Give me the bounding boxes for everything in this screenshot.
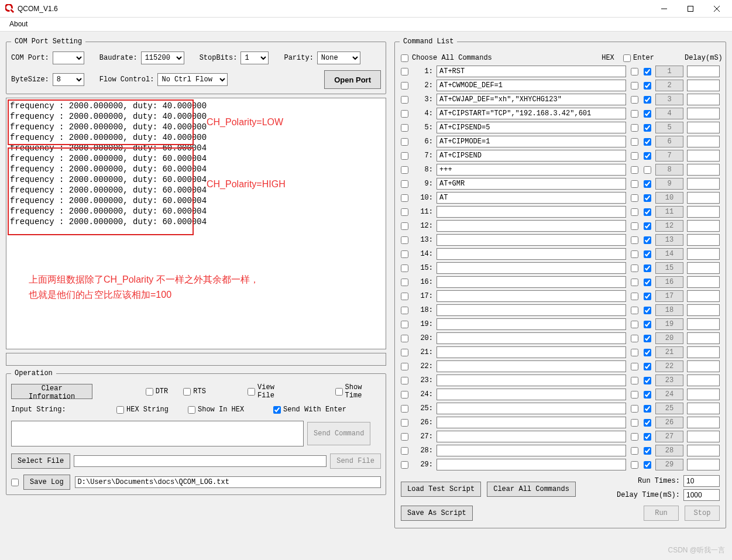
cmd-input[interactable]	[437, 346, 626, 358]
cmd-enable-checkbox[interactable]	[401, 405, 408, 413]
cmd-enable-checkbox[interactable]	[401, 461, 408, 469]
cmd-delay-input[interactable]	[687, 318, 720, 330]
cmd-enter-checkbox[interactable]	[644, 279, 651, 286]
bytesize-select[interactable]: 8	[53, 73, 84, 86]
cmd-enable-checkbox[interactable]	[401, 208, 408, 216]
cmd-enter-checkbox[interactable]	[644, 152, 651, 160]
cmd-hex-checkbox[interactable]	[631, 321, 638, 328]
cmd-input[interactable]	[437, 304, 626, 316]
cmd-hex-checkbox[interactable]	[631, 138, 638, 146]
cmd-input[interactable]	[437, 332, 626, 344]
cmd-enable-checkbox[interactable]	[401, 433, 408, 441]
cmd-delay-input[interactable]	[687, 248, 720, 260]
cmd-input[interactable]	[437, 136, 626, 147]
cmd-input[interactable]	[437, 262, 626, 274]
cmd-send-button[interactable]: 16	[655, 276, 683, 288]
cmd-send-button[interactable]: 29	[655, 459, 683, 470]
cmd-enable-checkbox[interactable]	[401, 138, 408, 146]
cmd-enter-checkbox[interactable]	[644, 307, 651, 314]
rts-checkbox[interactable]: RTS	[183, 387, 206, 396]
cmd-enter-checkbox[interactable]	[644, 391, 651, 398]
cmd-send-button[interactable]: 25	[655, 403, 683, 414]
cmd-delay-input[interactable]	[687, 417, 720, 428]
cmd-input[interactable]	[437, 220, 626, 232]
cmd-enable-checkbox[interactable]	[401, 96, 408, 104]
cmd-enable-checkbox[interactable]	[401, 279, 408, 286]
cmd-hex-checkbox[interactable]	[631, 180, 638, 188]
cmd-input[interactable]	[437, 360, 626, 372]
cmd-input[interactable]	[437, 318, 626, 330]
cmd-enable-checkbox[interactable]	[401, 82, 408, 90]
cmd-delay-input[interactable]	[687, 290, 720, 302]
cmd-hex-checkbox[interactable]	[631, 250, 638, 258]
run-times-input[interactable]	[683, 475, 720, 487]
cmd-delay-input[interactable]	[687, 304, 720, 316]
cmd-delay-input[interactable]	[687, 346, 720, 358]
cmd-enable-checkbox[interactable]	[401, 124, 408, 132]
parity-select[interactable]: None	[317, 51, 360, 64]
flowcontrol-select[interactable]: No Ctrl Flow	[157, 73, 228, 86]
cmd-hex-checkbox[interactable]	[631, 110, 638, 118]
cmd-hex-checkbox[interactable]	[631, 461, 638, 469]
cmd-hex-checkbox[interactable]	[631, 405, 638, 413]
cmd-send-button[interactable]: 22	[655, 360, 683, 372]
cmd-enter-checkbox[interactable]	[644, 264, 651, 272]
cmd-hex-checkbox[interactable]	[631, 335, 638, 342]
cmd-hex-checkbox[interactable]	[631, 124, 638, 132]
cmd-delay-input[interactable]	[687, 178, 720, 190]
cmd-delay-input[interactable]	[687, 94, 720, 105]
cmd-send-button[interactable]: 19	[655, 318, 683, 330]
cmd-input[interactable]	[437, 66, 626, 77]
cmd-input[interactable]	[437, 192, 626, 204]
file-path-field[interactable]	[74, 455, 327, 467]
cmd-input[interactable]	[437, 290, 626, 302]
cmd-hex-checkbox[interactable]	[631, 433, 638, 441]
clear-information-button[interactable]: Clear Information	[11, 384, 92, 399]
menu-about[interactable]: About	[6, 19, 31, 29]
stopbits-select[interactable]: 1	[240, 51, 269, 64]
cmd-hex-checkbox[interactable]	[631, 377, 638, 384]
cmd-send-button[interactable]: 11	[655, 206, 683, 218]
savelog-checkbox[interactable]	[11, 479, 19, 486]
cmd-input[interactable]	[437, 80, 626, 91]
cmd-enter-checkbox[interactable]	[644, 68, 651, 75]
cmd-enter-checkbox[interactable]	[644, 293, 651, 300]
cmd-enter-checkbox[interactable]	[644, 222, 651, 230]
enter-all-checkbox[interactable]	[623, 54, 631, 62]
cmd-enable-checkbox[interactable]	[401, 152, 408, 160]
cmd-enable-checkbox[interactable]	[401, 321, 408, 328]
cmd-enter-checkbox[interactable]	[644, 236, 651, 244]
cmd-send-button[interactable]: 6	[655, 136, 683, 147]
cmd-enable-checkbox[interactable]	[401, 447, 408, 455]
cmd-input[interactable]	[437, 445, 626, 456]
cmd-delay-input[interactable]	[687, 122, 720, 133]
cmd-delay-input[interactable]	[687, 332, 720, 344]
cmd-hex-checkbox[interactable]	[631, 208, 638, 216]
cmd-enable-checkbox[interactable]	[401, 194, 408, 202]
cmd-delay-input[interactable]	[687, 234, 720, 246]
dtr-checkbox[interactable]: DTR	[146, 387, 169, 396]
cmd-delay-input[interactable]	[687, 164, 720, 176]
open-port-button[interactable]: Open Port	[324, 70, 381, 89]
delay-time-input[interactable]	[683, 489, 720, 501]
cmd-enter-checkbox[interactable]	[644, 138, 651, 146]
cmd-input[interactable]	[437, 417, 626, 428]
cmd-hex-checkbox[interactable]	[631, 349, 638, 356]
cmd-send-button[interactable]: 9	[655, 178, 683, 190]
showinhex-checkbox[interactable]: Show In HEX	[188, 406, 258, 414]
clear-all-commands-button[interactable]: Clear All Commands	[487, 482, 576, 497]
cmd-enter-checkbox[interactable]	[644, 363, 651, 370]
cmd-hex-checkbox[interactable]	[631, 82, 638, 90]
cmd-input[interactable]	[437, 431, 626, 442]
cmd-enable-checkbox[interactable]	[401, 349, 408, 356]
cmd-enable-checkbox[interactable]	[401, 293, 408, 300]
cmd-send-button[interactable]: 7	[655, 150, 683, 162]
close-button[interactable]	[703, 1, 730, 17]
cmd-hex-checkbox[interactable]	[631, 363, 638, 370]
cmd-delay-input[interactable]	[687, 375, 720, 386]
cmd-delay-input[interactable]	[687, 108, 720, 119]
run-button[interactable]: Run	[644, 506, 679, 521]
cmd-enable-checkbox[interactable]	[401, 264, 408, 272]
cmd-input[interactable]	[437, 108, 626, 119]
cmd-input[interactable]	[437, 150, 626, 162]
